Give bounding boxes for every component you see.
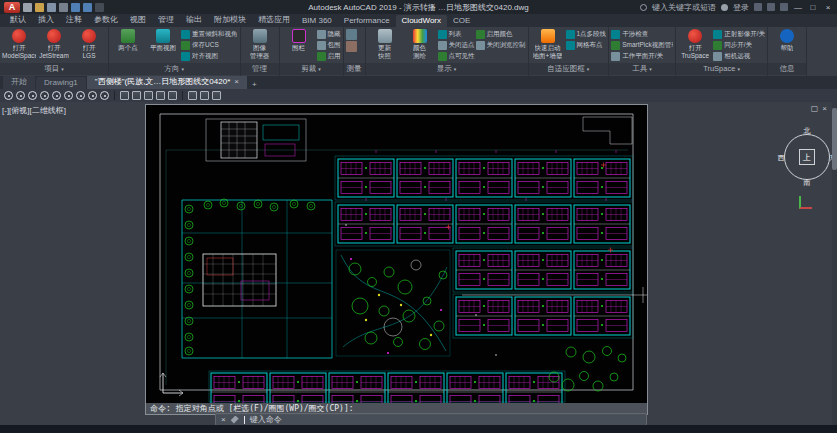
ribbon-tab[interactable]: 参数化: [88, 14, 124, 27]
ribbon-tab[interactable]: CloudWorx: [396, 15, 447, 27]
vertical-scrollbar[interactable]: [832, 102, 837, 425]
draw-tool-icon[interactable]: [144, 91, 153, 100]
open-folder-icon[interactable]: [35, 3, 44, 12]
panel-label[interactable]: TruSpace▾: [676, 63, 767, 75]
panel-label[interactable]: 工具▾: [609, 63, 675, 75]
ribbon-tab[interactable]: 注释: [60, 14, 88, 27]
panel-label[interactable]: 显示▾: [366, 63, 528, 75]
ribbon-small-button[interactable]: 启用颜色: [476, 29, 526, 39]
record-circle-icon[interactable]: [64, 91, 73, 100]
ribbon-small-button[interactable]: 网格布点: [566, 40, 607, 50]
viewport-controls[interactable]: [-][俯视][二维线框]: [2, 105, 66, 116]
ribbon-small-button[interactable]: 重置倾斜和视角: [181, 29, 238, 39]
panel-label[interactable]: 测量: [344, 63, 365, 75]
app-logo[interactable]: A: [4, 2, 20, 13]
new-file-icon[interactable]: [23, 3, 32, 12]
ribbon-tab[interactable]: 精选应用: [252, 14, 296, 27]
command-input-bar[interactable]: × 键入命令: [215, 413, 647, 425]
panel-label[interactable]: 管理: [241, 63, 279, 75]
ribbon-small-button[interactable]: 同步开/关: [713, 40, 765, 50]
undo-icon[interactable]: [71, 3, 80, 12]
ribbon-big-button[interactable]: 打开LGS: [72, 28, 106, 62]
panel-label[interactable]: 剪裁▾: [280, 63, 343, 75]
ribbon-small-button[interactable]: 保存UCS: [181, 40, 238, 50]
record-circle-icon[interactable]: [4, 91, 13, 100]
minimize-button[interactable]: —: [793, 3, 803, 12]
draw-tool-icon[interactable]: [168, 91, 177, 100]
ribbon-tab[interactable]: 插入: [32, 14, 60, 27]
close-window-icon[interactable]: ×: [822, 104, 827, 113]
record-circle-icon[interactable]: [100, 91, 109, 100]
document-tab[interactable]: Drawing1: [36, 77, 86, 89]
ribbon-big-button[interactable]: 两个点: [111, 28, 145, 62]
ribbon-small-button[interactable]: 列表: [438, 29, 475, 39]
save-icon[interactable]: [47, 3, 56, 12]
ribbon-small-button[interactable]: [346, 41, 357, 52]
compass-west[interactable]: 西: [775, 153, 787, 163]
ribbon-small-button[interactable]: 关闭浏览控制: [476, 40, 526, 50]
record-circle-icon[interactable]: [52, 91, 61, 100]
document-tab[interactable]: 开始: [3, 76, 35, 89]
ribbon-big-button[interactable]: 颜色测绘: [403, 28, 437, 62]
ribbon-small-button[interactable]: 隐藏: [317, 29, 341, 39]
panel-label[interactable]: 方向▾: [109, 63, 240, 75]
compass-north[interactable]: 北: [801, 126, 813, 136]
ribbon-small-button[interactable]: 包围: [317, 40, 341, 50]
draw-tool-icon[interactable]: [200, 91, 209, 100]
ribbon-small-button[interactable]: 正射影像开/关: [713, 29, 765, 39]
record-circle-icon[interactable]: [28, 91, 37, 100]
close-command-icon[interactable]: ×: [221, 415, 226, 424]
ribbon-tab[interactable]: 附加模块: [208, 14, 252, 27]
ribbon-tab[interactable]: BIM 360: [296, 15, 338, 27]
maximize-button[interactable]: □: [808, 3, 818, 12]
scrollbar-thumb[interactable]: [832, 108, 837, 170]
restore-window-icon[interactable]: ▢: [811, 104, 819, 113]
ribbon-small-button[interactable]: SmartPick视图管理器: [611, 40, 673, 50]
draw-tool-icon[interactable]: [156, 91, 165, 100]
ribbon-tab[interactable]: 管理: [152, 14, 180, 27]
ribbon-tab[interactable]: 输出: [180, 14, 208, 27]
search-icon[interactable]: [640, 4, 647, 11]
compass-south[interactable]: 南: [801, 178, 813, 188]
drawing-canvas[interactable]: [146, 105, 647, 403]
signin-label[interactable]: 登录: [733, 2, 749, 13]
ribbon-tab[interactable]: COE: [447, 15, 476, 27]
apps-store-icon[interactable]: [754, 3, 762, 11]
ribbon-big-button[interactable]: 打开JetStream: [37, 28, 71, 62]
ribbon-big-button[interactable]: 打开TruSpace: [678, 28, 712, 62]
close-tab-icon[interactable]: ×: [234, 77, 239, 86]
ribbon-small-button[interactable]: 干涉检查: [611, 29, 673, 39]
command-input-placeholder[interactable]: 键入命令: [250, 414, 282, 425]
customize-icon[interactable]: [231, 416, 239, 424]
draw-tool-icon[interactable]: [120, 91, 129, 100]
draw-tool-icon[interactable]: [132, 91, 141, 100]
close-button[interactable]: ×: [823, 3, 833, 12]
ribbon-big-button[interactable]: 快速启动地面+墙壁: [531, 28, 565, 62]
ribbon-big-button[interactable]: 图像管理器: [243, 28, 277, 62]
ribbon-big-button[interactable]: 平面视图: [146, 28, 180, 62]
ribbon-big-button[interactable]: 围栏: [282, 28, 316, 62]
ribbon-small-button[interactable]: 1点多段线: [566, 29, 607, 39]
ribbon-big-button[interactable]: 更新快照: [368, 28, 402, 62]
keep-connected-icon[interactable]: [767, 3, 775, 11]
panel-label[interactable]: 项目▾: [0, 63, 108, 75]
ribbon-tab[interactable]: 默认: [4, 14, 32, 27]
ribbon-tab[interactable]: Performance: [338, 15, 396, 27]
record-circle-icon[interactable]: [40, 91, 49, 100]
ribbon-small-button[interactable]: 点可见性: [438, 51, 475, 61]
search-placeholder[interactable]: 键入关键字或短语: [652, 2, 716, 13]
ribbon-big-button[interactable]: 帮助: [770, 28, 804, 62]
ribbon-small-button[interactable]: 工作平面开/关: [611, 51, 673, 61]
record-circle-icon[interactable]: [16, 91, 25, 100]
compass-up-face[interactable]: 上: [799, 149, 815, 165]
new-tab-button[interactable]: +: [248, 80, 261, 89]
ribbon-big-button[interactable]: 打开ModelSpace视图: [2, 28, 36, 62]
panel-label[interactable]: 自适应图框▾: [529, 63, 609, 75]
ribbon-small-button[interactable]: 关闭选点: [438, 40, 475, 50]
record-circle-icon[interactable]: [88, 91, 97, 100]
ribbon-small-button[interactable]: 相机远视: [713, 51, 765, 61]
draw-tool-icon[interactable]: [188, 91, 197, 100]
ribbon-small-button[interactable]: [346, 29, 357, 40]
ribbon-tab[interactable]: 视图: [124, 14, 152, 27]
redo-icon[interactable]: [83, 3, 92, 12]
